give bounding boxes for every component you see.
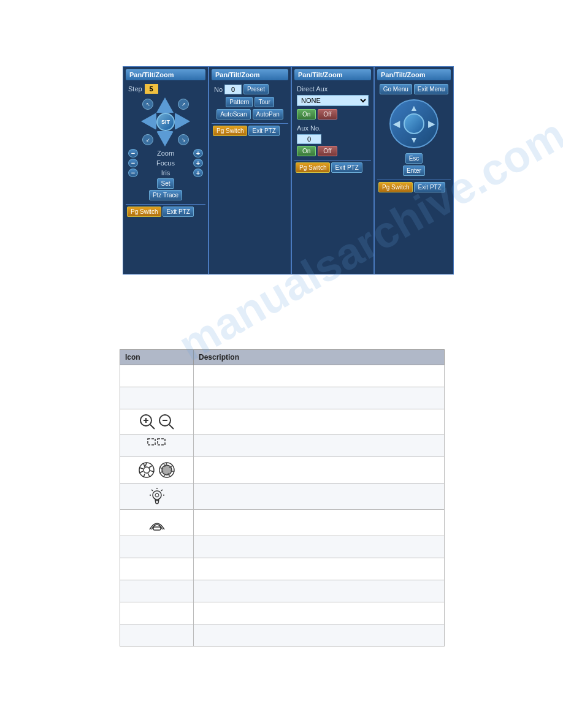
svg-line-3 xyxy=(150,425,155,429)
aux-no-off-btn[interactable]: Off xyxy=(318,146,337,156)
icon-cell xyxy=(120,558,194,580)
ptz-trace-button[interactable]: Ptz Trace xyxy=(149,190,182,200)
aux-on-btn[interactable]: On xyxy=(297,109,316,119)
dpad-top-left[interactable]: ↖ xyxy=(142,99,153,110)
exit-ptz-btn-4[interactable]: Exit PTZ xyxy=(414,182,445,192)
iris-open-icon xyxy=(137,461,156,479)
desc-cell-iris xyxy=(194,457,445,483)
esc-btn[interactable]: Esc xyxy=(405,153,423,164)
step-input[interactable] xyxy=(145,84,158,94)
dpad-center[interactable]: SIT xyxy=(156,113,175,131)
ptz-panel-3-header: Pan/Tilt/Zoom xyxy=(294,69,371,80)
circle-dpad-up[interactable]: ▲ xyxy=(410,103,418,113)
desc-cell xyxy=(194,536,445,558)
exit-ptz-btn-2[interactable]: Exit PTZ xyxy=(248,126,279,136)
step-row: Step xyxy=(126,84,205,94)
go-exit-menu-row: Go Menu Exit Menu xyxy=(378,84,450,94)
no-input[interactable] xyxy=(224,85,242,94)
table-row xyxy=(120,510,445,536)
svg-rect-7 xyxy=(148,439,155,445)
circle-dpad-down[interactable]: ▼ xyxy=(410,135,418,145)
autopan-button[interactable]: AutoPan xyxy=(253,109,283,119)
table-row xyxy=(120,434,445,457)
zoom-in-icon xyxy=(139,413,156,430)
table-col1-header: Icon xyxy=(120,350,194,365)
focus-row: − Focus + xyxy=(128,159,203,167)
zoom-label: Zoom xyxy=(139,150,192,157)
dpad-up[interactable] xyxy=(156,97,174,113)
ptz-panel-4: Pan/Tilt/Zoom Go Menu Exit Menu ▲ ▼ ◀ ▶ … xyxy=(374,66,454,275)
table-col2-header: Description xyxy=(194,350,445,365)
dpad-bottom-left[interactable]: ↙ xyxy=(142,134,153,145)
direct-aux-select[interactable]: NONE xyxy=(297,95,369,106)
aux-off-btn[interactable]: Off xyxy=(318,109,337,119)
pattern-tour-row: Pattern Tour xyxy=(213,97,287,107)
no-label: No xyxy=(214,86,223,93)
zoom-minus[interactable]: − xyxy=(128,149,138,157)
dpad-down[interactable] xyxy=(156,131,174,146)
svg-rect-8 xyxy=(158,439,165,445)
aux-no-on-btn[interactable]: On xyxy=(297,146,316,156)
circle-dpad-right[interactable]: ▶ xyxy=(428,119,435,129)
enter-row: Enter xyxy=(378,165,450,176)
svg-line-12 xyxy=(149,466,152,468)
svg-line-11 xyxy=(145,463,147,466)
panel4-bottom: Pg Switch Exit PTZ xyxy=(377,180,451,194)
focus-plus[interactable]: + xyxy=(193,159,203,167)
pg-switch-btn-3[interactable]: Pg Switch xyxy=(296,162,330,173)
table-row xyxy=(120,457,445,483)
panel3-bottom: Pg Switch Exit PTZ xyxy=(294,160,371,175)
icon-cell-focus xyxy=(120,434,194,457)
icon-table-section: Icon Description xyxy=(120,349,445,646)
pg-switch-btn-4[interactable]: Pg Switch xyxy=(378,182,413,192)
table-row xyxy=(120,387,445,409)
enter-btn[interactable]: Enter xyxy=(403,165,425,176)
aux-no-label: Aux No. xyxy=(294,123,371,133)
desc-cell xyxy=(194,365,445,387)
preset-button[interactable]: Preset xyxy=(243,84,269,94)
circle-dpad: ▲ ▼ ◀ ▶ xyxy=(389,99,439,148)
svg-line-14 xyxy=(148,473,150,477)
exit-ptz-btn-3[interactable]: Exit PTZ xyxy=(331,162,362,173)
icon-cell xyxy=(120,536,194,558)
dpad-bottom-right[interactable]: ↘ xyxy=(178,134,189,145)
focus-minus[interactable]: − xyxy=(128,159,138,167)
circle-dpad-left[interactable]: ◀ xyxy=(393,119,400,129)
set-button[interactable]: Set xyxy=(157,178,174,189)
autoscan-button[interactable]: AutoScan xyxy=(216,109,250,119)
exit-ptz-btn-1[interactable]: Exit PTZ xyxy=(163,207,193,217)
ptz-panel-2: Pan/Tilt/Zoom No Preset Pattern Tour Aut… xyxy=(209,66,291,275)
ptz-panel-1-header: Pan/Tilt/Zoom xyxy=(126,69,205,80)
table-row xyxy=(120,409,445,434)
dpad-container: ↖ ↗ SIT ↙ ↘ xyxy=(141,97,190,146)
desc-cell-wiper xyxy=(194,510,445,536)
icon-cell-iris xyxy=(120,457,194,483)
desc-cell xyxy=(194,580,445,602)
dpad-right[interactable] xyxy=(175,113,190,130)
iris-plus[interactable]: + xyxy=(193,169,203,177)
svg-point-9 xyxy=(139,463,154,477)
dpad-top-right[interactable]: ↗ xyxy=(178,99,189,110)
svg-line-13 xyxy=(150,471,154,472)
dpad-left[interactable] xyxy=(141,113,156,130)
desc-cell-zoom xyxy=(194,409,445,434)
light-icon xyxy=(148,487,166,506)
svg-line-18 xyxy=(144,463,145,467)
aux-no-input[interactable] xyxy=(297,134,321,144)
pg-switch-btn-1[interactable]: Pg Switch xyxy=(127,207,161,217)
pg-switch-btn-2[interactable]: Pg Switch xyxy=(213,126,247,136)
circle-dpad-center[interactable] xyxy=(404,113,424,134)
icon-cell xyxy=(120,602,194,624)
go-menu-btn[interactable]: Go Menu xyxy=(380,84,412,94)
icon-cell xyxy=(120,580,194,602)
zoom-plus[interactable]: + xyxy=(193,149,203,157)
esc-row: Esc xyxy=(378,153,450,164)
focus-label: Focus xyxy=(139,159,192,167)
desc-cell xyxy=(194,624,445,646)
iris-minus[interactable]: − xyxy=(128,169,138,177)
table-row xyxy=(120,558,445,580)
set-trace-row: Set xyxy=(126,178,205,189)
pattern-button[interactable]: Pattern xyxy=(226,97,253,107)
tour-button[interactable]: Tour xyxy=(255,97,274,107)
exit-menu-btn[interactable]: Exit Menu xyxy=(414,84,448,94)
